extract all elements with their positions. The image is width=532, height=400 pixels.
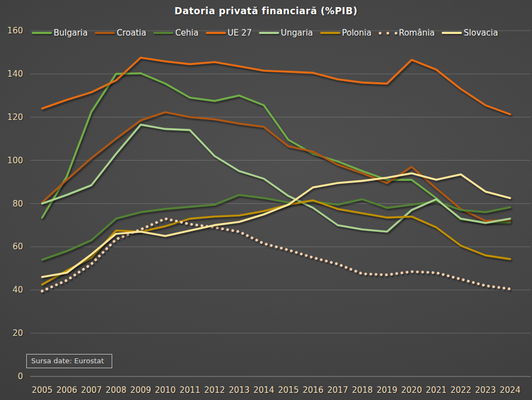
legend-swatch-icon <box>259 32 279 34</box>
x-axis-label-2011: 2011 <box>178 385 203 395</box>
legend-item-croatia[interactable]: Croatia <box>95 28 146 38</box>
y-axis-label-60: 60 <box>0 242 23 252</box>
x-axis-label-2017: 2017 <box>326 385 350 395</box>
chart-window: Datoria privată financiară (%PIB) Bulgar… <box>0 0 532 400</box>
x-axis-label-2009: 2009 <box>129 385 153 395</box>
legend: BulgariaCroatiaCehiaUE 27UngariaPoloniaR… <box>32 28 498 38</box>
y-axis-label-100: 100 <box>0 156 23 165</box>
x-axis-label-2012: 2012 <box>203 385 227 395</box>
legend-label: Slovacia <box>464 28 498 38</box>
legend-swatch-icon <box>95 32 115 34</box>
series-line-croatia <box>42 112 510 221</box>
x-axis-label-2021: 2021 <box>424 385 449 395</box>
legend-label: UE 27 <box>228 28 252 38</box>
legend-item-cehia[interactable]: Cehia <box>153 28 199 38</box>
series-line-ue-27 <box>42 58 510 114</box>
y-axis-label-160: 160 <box>0 26 23 36</box>
x-axis-label-2013: 2013 <box>227 385 252 395</box>
x-axis-label-2015: 2015 <box>276 385 301 395</box>
x-axis-label-2006: 2006 <box>55 385 79 395</box>
x-axis-label-2022: 2022 <box>449 385 473 395</box>
legend-swatch-icon <box>153 32 174 34</box>
y-axis-label-140: 140 <box>0 69 23 79</box>
legend-swatch-icon <box>32 32 52 34</box>
legend-swatch-icon <box>320 32 340 34</box>
x-axis-label-2008: 2008 <box>104 385 129 395</box>
legend-label: România <box>399 28 435 38</box>
legend-label: Bulgaria <box>54 28 88 38</box>
x-axis-label-2019: 2019 <box>375 385 400 395</box>
x-axis-label-2020: 2020 <box>400 385 424 395</box>
legend-label: Cehia <box>175 28 199 38</box>
y-axis-label-80: 80 <box>0 199 23 209</box>
y-axis-label-120: 120 <box>0 112 23 122</box>
y-axis-label-0: 0 <box>0 372 23 381</box>
legend-label: Ungaria <box>281 28 313 38</box>
y-axis-label-40: 40 <box>0 285 23 295</box>
legend-item-ungaria[interactable]: Ungaria <box>259 28 313 38</box>
legend-item-bulgaria[interactable]: Bulgaria <box>32 28 88 38</box>
x-axis-label-2005: 2005 <box>30 385 55 395</box>
series-line-cehia <box>42 195 510 260</box>
legend-label: Polonia <box>342 28 372 38</box>
x-axis-label-2016: 2016 <box>301 385 326 395</box>
series-line-slovacia <box>42 173 510 277</box>
legend-swatch-icon <box>379 31 397 35</box>
legend-swatch-icon <box>442 32 462 34</box>
x-axis-label-2014: 2014 <box>252 385 276 395</box>
legend-swatch-icon <box>206 32 226 34</box>
y-axis-label-20: 20 <box>0 328 23 338</box>
x-axis-label-2023: 2023 <box>473 385 498 395</box>
plot-area <box>0 0 532 400</box>
x-axis-label-2024: 2024 <box>498 385 523 395</box>
x-axis-label-2007: 2007 <box>79 385 104 395</box>
x-axis-label-2010: 2010 <box>153 385 178 395</box>
legend-item-polonia[interactable]: Polonia <box>320 28 372 38</box>
series-line-polonia <box>42 201 510 285</box>
legend-item-românia[interactable]: România <box>379 28 435 38</box>
legend-label: Croatia <box>117 28 146 38</box>
legend-item-ue-27[interactable]: UE 27 <box>206 28 252 38</box>
legend-item-slovacia[interactable]: Slovacia <box>442 28 498 38</box>
source-note: Sursa date: Eurostat <box>26 354 112 368</box>
x-axis-label-2018: 2018 <box>350 385 375 395</box>
